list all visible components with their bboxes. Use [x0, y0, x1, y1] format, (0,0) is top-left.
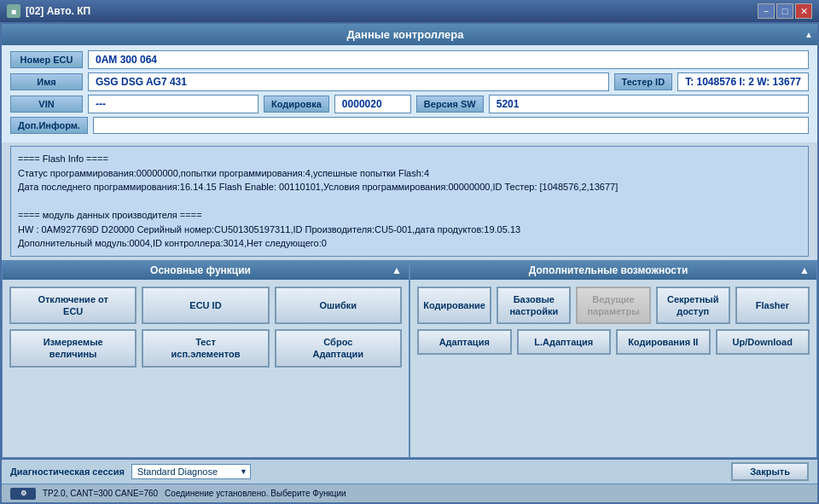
tester-id-label: Тестер ID [614, 73, 673, 90]
main-functions-panel: Основные функции ▲ Отключение отECU ECU … [2, 260, 410, 459]
up-download-button[interactable]: Up/Download [716, 329, 810, 355]
controller-data-title: Данные контроллера [347, 28, 464, 41]
close-session-button[interactable]: Закрыть [731, 462, 809, 481]
vin-value: --- [88, 95, 258, 113]
measured-values-button[interactable]: Измеряемыевеличины [9, 329, 136, 368]
secret-access-button[interactable]: Секретныйдоступ [656, 287, 730, 325]
minimize-button[interactable]: − [758, 3, 775, 19]
info-line6: HW : 0AM927769D D20000 Серийный номер:CU… [18, 223, 801, 237]
logo: ⚙ [10, 488, 36, 500]
additional-functions-title: Дополнительные возможности [529, 264, 688, 276]
errors-button[interactable]: Ошибки [275, 287, 402, 325]
reset-adaptation-button[interactable]: СбросАдаптации [275, 329, 402, 368]
vin-row: VIN --- Кодировка 0000020 Версия SW 5201 [10, 95, 809, 113]
tp-info: TP2.0, CANT=300 CANE=760 [43, 489, 158, 498]
close-button[interactable]: ✕ [795, 3, 812, 19]
title-bar-left: ■ [02] Авто. КП [7, 4, 90, 18]
additional-info-value [93, 117, 809, 134]
name-label: Имя [10, 73, 83, 90]
info-area: ==== Flash Info ==== Статус программиров… [10, 146, 809, 257]
tp-logo: TP2.0 [43, 489, 66, 498]
name-value: GSG DSG AG7 431 [88, 72, 609, 91]
session-label: Диагностическая сессия [10, 466, 125, 477]
title-bar: ■ [02] Авто. КП − □ ✕ [0, 0, 819, 22]
connection-message: Соединение установлено. Выберите Функции [165, 489, 346, 498]
additional-info-row: Доп.Информ. [10, 117, 809, 134]
sw-version-label: Версия SW [416, 96, 484, 113]
vin-label: VIN [10, 96, 83, 113]
info-line4 [18, 194, 801, 209]
main-functions-arrow[interactable]: ▲ [392, 264, 402, 276]
info-line2: Статус программирования:00000000,попытки… [18, 166, 801, 181]
tester-id-value: T: 1048576 I: 2 W: 13677 [677, 72, 809, 91]
maximize-button[interactable]: □ [776, 3, 793, 19]
info-line7: Дополнительный модуль:0004,ID контроллер… [18, 236, 801, 251]
controller-data-header: Данные контроллера ▲ [2, 24, 817, 45]
bottom-status: ⚙ TP2.0, CANT=300 CANE=760 Соединение ус… [2, 484, 817, 502]
coding-button[interactable]: Кодирование [417, 287, 491, 325]
ecu-number-row: Номер ECU 0AM 300 064 [10, 50, 809, 69]
master-params-button: Ведущиепараметры [576, 287, 650, 325]
main-functions-title: Основные функции [150, 264, 251, 276]
info-line1: ==== Flash Info ==== [18, 152, 801, 166]
main-btn-row-2: Измеряемыевеличины Тестисп.элементов Сбр… [9, 329, 402, 368]
main-functions-buttons: Отключение отECU ECU ID Ошибки Измеряемы… [3, 280, 409, 458]
sw-version-value: 5201 [489, 95, 809, 113]
l-adaptation-button[interactable]: L.Адаптация [517, 329, 612, 355]
ecu-id-button[interactable]: ECU ID [142, 287, 269, 325]
tp-details: CANT=300 CANE=760 [70, 489, 158, 498]
ecu-number-value: 0AM 300 064 [88, 50, 809, 69]
session-select[interactable]: Standard Diagnose [131, 464, 251, 479]
additional-functions-panel: Дополнительные возможности ▲ Кодирование… [410, 260, 817, 459]
main-functions-header: Основные функции ▲ [3, 261, 409, 280]
info-line5: ==== модуль данных производителя ==== [18, 208, 801, 223]
coding-label: Кодировка [264, 96, 329, 113]
main-btn-row-1: Отключение отECU ECU ID Ошибки [9, 287, 402, 325]
window-controls: − □ ✕ [758, 3, 812, 19]
data-fields: Номер ECU 0AM 300 064 Имя GSG DSG AG7 43… [2, 45, 817, 142]
main-window: Данные контроллера ▲ Номер ECU 0AM 300 0… [0, 22, 819, 504]
app-icon: ■ [7, 4, 20, 18]
test-components-button[interactable]: Тестисп.элементов [142, 329, 269, 368]
window-title: [02] Авто. КП [26, 5, 90, 17]
coding-ii-button[interactable]: Кодирования II [616, 329, 711, 355]
info-line3: Дата последнего программирования:16.14.1… [18, 180, 801, 194]
name-row: Имя GSG DSG AG7 431 Тестер ID T: 1048576… [10, 72, 809, 91]
additional-btn-row-1: Кодирование Базовыенастройки Ведущиепара… [417, 287, 810, 325]
adaptation-button[interactable]: Адаптация [417, 329, 512, 355]
additional-btn-row-2: Адаптация L.Адаптация Кодирования II Up/… [417, 329, 810, 355]
coding-value: 0000020 [334, 95, 411, 113]
disconnect-ecu-button[interactable]: Отключение отECU [9, 287, 136, 325]
session-select-wrapper: Standard Diagnose [131, 464, 251, 479]
additional-functions-header: Дополнительные возможности ▲ [410, 261, 816, 280]
ecu-number-label: Номер ECU [10, 51, 83, 68]
logo-text: ⚙ [20, 490, 26, 497]
additional-functions-arrow[interactable]: ▲ [799, 264, 810, 276]
basic-settings-button[interactable]: Базовыенастройки [497, 287, 571, 325]
status-bar: Диагностическая сессия Standard Diagnose… [2, 458, 817, 484]
additional-functions-buttons: Кодирование Базовыенастройки Ведущиепара… [410, 280, 816, 458]
additional-info-label: Доп.Информ. [10, 117, 88, 134]
collapse-arrow[interactable]: ▲ [804, 30, 813, 39]
flasher-button[interactable]: Flasher [735, 287, 810, 325]
functions-area: Основные функции ▲ Отключение отECU ECU … [2, 260, 817, 459]
